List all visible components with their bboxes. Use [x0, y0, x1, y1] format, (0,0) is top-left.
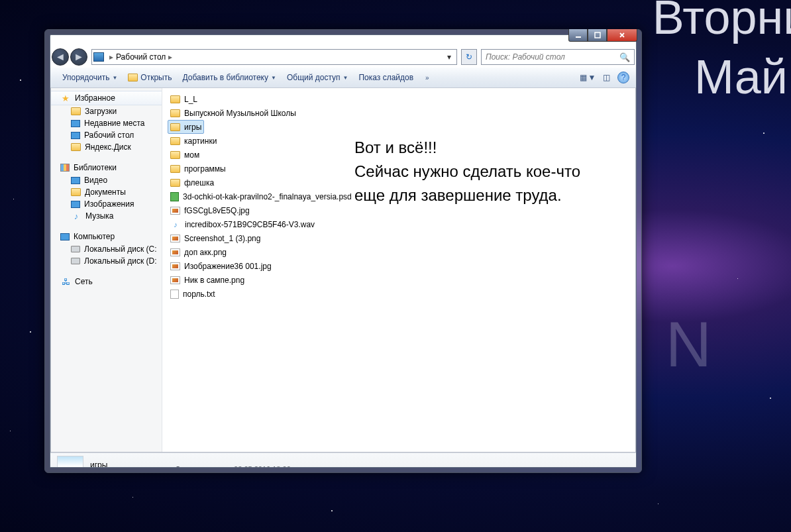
file-name: incredibox-571B9C9CB5F46-V3.wav	[185, 220, 315, 229]
desktop-icon	[71, 132, 80, 139]
window-controls	[568, 29, 637, 42]
folder-icon	[71, 143, 81, 151]
maximize-button[interactable]	[588, 29, 607, 42]
toolbar-overflow[interactable]: »	[425, 74, 429, 81]
file-name: Ник в сампе.png	[184, 276, 244, 285]
forward-button[interactable]: ►	[70, 48, 87, 66]
address-dropdown[interactable]: ▾	[443, 52, 455, 62]
folder-icon	[170, 109, 180, 117]
organize-menu[interactable]: Упорядочить▼	[57, 71, 123, 84]
file-item[interactable]: игры	[168, 120, 204, 134]
open-button[interactable]: Открыть	[123, 71, 177, 84]
sidebar-item-yandex[interactable]: Яндекс.Диск	[51, 141, 162, 153]
folder-icon	[170, 123, 180, 131]
file-pane[interactable]: L_LВыпускной Музыльной Школыигрыкартинки…	[162, 88, 635, 452]
file-name: картинки	[184, 136, 217, 146]
recent-icon	[71, 120, 80, 127]
file-item[interactable]: Выпускной Музыльной Школы	[168, 106, 630, 120]
file-name: 3d-ochki-ot-kak-pravilno2-_finalnaya_ver…	[183, 192, 352, 201]
view-mode-button[interactable]: ▦▼	[580, 70, 595, 85]
file-name: порль.txt	[183, 290, 215, 299]
file-name: Screenshot_1 (3).png	[184, 234, 260, 243]
computer-icon	[60, 233, 70, 240]
details-thumbnail	[57, 456, 83, 468]
sidebar-item-images[interactable]: Изображения	[51, 198, 162, 210]
network-icon: 🖧	[60, 277, 71, 286]
sidebar-item-recent[interactable]: Недавние места	[51, 117, 162, 129]
file-item[interactable]: доп акк.png	[168, 245, 630, 259]
folder-icon	[170, 151, 180, 159]
file-name: fGSCgL8vE5Q.jpg	[184, 206, 250, 215]
image-icon	[170, 248, 180, 256]
sidebar-item-music[interactable]: ♪Музыка	[51, 210, 162, 222]
breadcrumb-sep: ▸	[168, 52, 172, 62]
sidebar-item-downloads[interactable]: Загрузки	[51, 105, 162, 117]
file-name: Изображение36 001.jpg	[184, 262, 272, 271]
folder-icon	[170, 179, 180, 187]
search-input[interactable]	[486, 52, 619, 62]
file-item[interactable]: Screenshot_1 (3).png	[168, 231, 630, 245]
details-pane: игры Папка с файлами Дата изменения: 03.…	[50, 452, 636, 468]
star-icon: ★	[60, 93, 71, 103]
file-name: флешка	[184, 178, 214, 187]
computer-header[interactable]: Компьютер	[51, 230, 162, 243]
file-name: доп акк.png	[184, 248, 227, 257]
documents-icon	[71, 188, 81, 196]
file-item[interactable]: Ник в сампе.png	[168, 273, 630, 287]
library-icon	[60, 164, 70, 172]
file-name: программы	[184, 164, 226, 174]
sidebar-item-drive-c[interactable]: Локальный диск (С:	[51, 243, 162, 255]
image-icon	[170, 235, 180, 242]
folder-icon	[170, 95, 180, 103]
audio-icon: ♪	[170, 220, 181, 229]
navigation-bar: ◄ ► ▸ Рабочий стол ▸ ▾ ↻ 🔍	[50, 47, 636, 67]
close-button[interactable]	[607, 29, 637, 42]
image-icon	[170, 262, 180, 270]
folder-icon	[71, 107, 81, 115]
search-icon[interactable]: 🔍	[619, 52, 630, 62]
svg-rect-1	[595, 32, 600, 38]
disk-icon	[71, 246, 80, 252]
preview-pane-button[interactable]: ◫	[599, 70, 613, 85]
sidebar-item-video[interactable]: Видео	[51, 174, 162, 186]
text-icon	[170, 290, 179, 299]
svg-rect-0	[576, 36, 581, 38]
favorites-header[interactable]: ★Избранное	[51, 91, 162, 105]
sidebar-item-desktop[interactable]: Рабочий стол	[51, 129, 162, 141]
network-header[interactable]: 🖧Сеть	[51, 275, 162, 288]
image-icon	[170, 207, 180, 215]
file-item[interactable]: ♪incredibox-571B9C9CB5F46-V3.wav	[168, 217, 630, 231]
image-icon	[170, 276, 180, 284]
music-icon: ♪	[71, 211, 81, 221]
sidebar-item-documents[interactable]: Документы	[51, 186, 162, 198]
toolbar: Упорядочить▼ Открыть Добавить в библиоте…	[50, 67, 636, 88]
details-metadata: Дата изменения: 03.05.2016 18:00	[175, 465, 290, 468]
images-icon	[71, 201, 80, 208]
file-item[interactable]: L_L	[168, 92, 630, 106]
refresh-button[interactable]: ↻	[461, 49, 477, 65]
explorer-window: ◄ ► ▸ Рабочий стол ▸ ▾ ↻ 🔍 Упорядочить▼ …	[44, 29, 642, 473]
slideshow-button[interactable]: Показ слайдов	[353, 71, 419, 84]
minimize-button[interactable]	[568, 29, 588, 42]
address-bar[interactable]: ▸ Рабочий стол ▸ ▾	[91, 49, 457, 65]
breadcrumb-location[interactable]: Рабочий стол	[116, 52, 166, 62]
add-to-library-menu[interactable]: Добавить в библиотеку▼	[177, 71, 281, 84]
file-name: игры	[184, 123, 201, 132]
disk-icon	[71, 258, 80, 264]
desktop-clock-day: Вторник	[653, 0, 791, 44]
file-name: L_L	[184, 95, 197, 104]
location-icon	[93, 52, 104, 62]
open-icon	[128, 74, 138, 81]
file-item[interactable]: порль.txt	[168, 287, 630, 301]
sidebar-item-drive-d[interactable]: Локальный диск (D:	[51, 255, 162, 267]
help-button[interactable]: ?	[617, 72, 629, 83]
desktop-clock-month: Май	[694, 50, 788, 104]
folder-icon	[170, 137, 180, 145]
libraries-header[interactable]: Библиотеки	[51, 161, 162, 174]
search-box[interactable]: 🔍	[481, 49, 635, 65]
back-button[interactable]: ◄	[52, 48, 69, 66]
breadcrumb-sep: ▸	[109, 52, 113, 62]
video-icon	[71, 177, 80, 184]
share-menu[interactable]: Общий доступ▼	[282, 71, 354, 84]
file-item[interactable]: Изображение36 001.jpg	[168, 259, 630, 273]
